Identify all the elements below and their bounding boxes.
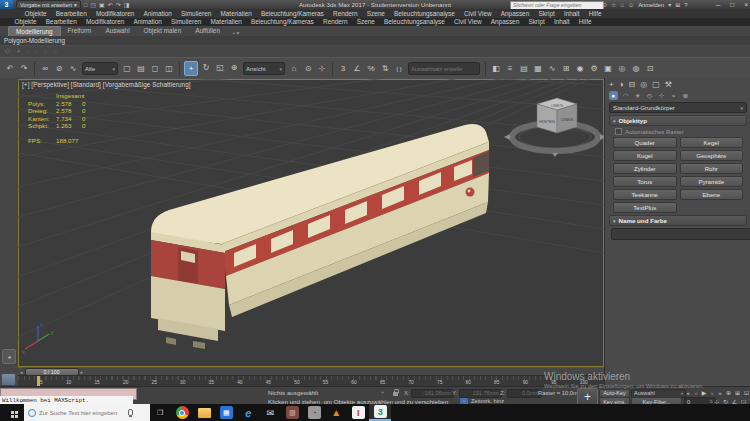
select-and-rotate-icon[interactable]: ↻ — [200, 61, 212, 74]
taskbar-chrome-icon[interactable] — [171, 404, 193, 421]
primitive-button[interactable]: Teekanne — [613, 189, 677, 200]
rectangular-region-icon[interactable]: ◻ — [149, 62, 161, 75]
menu-item[interactable]: Civil View — [449, 18, 486, 25]
utilities-tab[interactable]: ⚒ — [665, 80, 672, 89]
shapes-category-icon[interactable]: ◠ — [621, 91, 630, 100]
reference-coordinate-dropdown[interactable]: Ansicht▾ — [243, 62, 285, 75]
open-explorer-panel-button[interactable]: ◂ — [2, 349, 16, 364]
taskbar-explorer-icon[interactable] — [193, 404, 215, 421]
menu-item[interactable]: Civil View — [459, 10, 496, 17]
taskbar-photos-icon[interactable]: ▨ — [281, 404, 303, 421]
manipulate-icon[interactable]: ⊹ — [316, 62, 328, 75]
menu-item[interactable]: Beleuchtung/Kameras — [246, 18, 318, 25]
start-button[interactable] — [0, 404, 24, 421]
menu-item[interactable]: Modifikatoren — [91, 10, 139, 17]
unlink-selection-icon[interactable]: ⊘ — [53, 62, 65, 75]
render-production-icon[interactable]: ◎ — [616, 62, 628, 75]
select-object-icon[interactable]: ▢ — [121, 62, 133, 75]
snap-3d-icon[interactable]: 3 — [337, 62, 349, 75]
percent-snap-icon[interactable]: % — [365, 62, 377, 75]
strip-ring2-icon[interactable]: ◌ — [53, 48, 57, 55]
community-icon[interactable]: ☆ — [611, 1, 616, 8]
undo-small-icon[interactable]: ↶ — [108, 1, 113, 8]
select-and-scale-icon[interactable]: ◱ — [214, 61, 226, 74]
use-pivot-center-icon[interactable]: ⌂ — [288, 62, 300, 75]
ribbon-tab[interactable]: Objekt malen — [137, 26, 189, 36]
menu-item[interactable]: Beleuchtung/Kameras — [256, 10, 328, 17]
viewcube-front-label[interactable]: HINTEN — [539, 119, 555, 124]
menu-item[interactable]: Skript — [534, 10, 560, 17]
geometry-category-icon[interactable]: ● — [609, 91, 618, 100]
menu-item[interactable]: Szene — [352, 18, 379, 25]
menu-item[interactable]: Simulieren — [167, 18, 206, 25]
menu-item[interactable]: Inhalt — [559, 10, 584, 17]
taskbar-installer-icon[interactable]: I — [347, 404, 369, 421]
viewcube-right-label[interactable]: LINKS — [561, 117, 573, 122]
render-iterative-icon[interactable]: ◍ — [630, 62, 642, 75]
modify-tab[interactable]: ◑ — [619, 80, 624, 89]
coord-y-field[interactable]: 191,76mm — [459, 389, 502, 399]
ribbon-tab[interactable]: Modellierung — [8, 26, 61, 36]
minimize-button[interactable]: ─ — [716, 1, 721, 8]
menu-item[interactable]: Materialien — [216, 10, 256, 17]
menu-item[interactable]: Rendern — [328, 10, 362, 17]
material-editor-icon[interactable]: ◉ — [574, 62, 586, 75]
menu-item[interactable]: Simulieren — [177, 10, 216, 17]
taskbar-3dsmax-icon[interactable]: 3 — [369, 404, 391, 421]
strip-ring-icon[interactable]: ◌ — [43, 48, 47, 55]
menu-item[interactable]: Animation — [139, 10, 177, 17]
save-file-icon[interactable]: ▣ — [99, 1, 105, 8]
next-frame-icon[interactable]: › — [708, 389, 716, 397]
menu-item[interactable]: Objekte — [20, 10, 51, 17]
app-logo-icon[interactable]: 3 — [0, 0, 13, 9]
lights-category-icon[interactable]: ☀ — [633, 91, 642, 100]
ribbon-panel-label[interactable]: Polygon-Modellierung — [0, 37, 65, 44]
menu-item[interactable]: Szene — [362, 10, 389, 17]
window-crossing-icon[interactable]: ◫ — [163, 62, 175, 75]
menu-item[interactable]: Bearbeiten — [41, 18, 81, 25]
undo-icon[interactable]: ↶ — [4, 62, 16, 75]
task-view-icon[interactable]: ❐ — [157, 409, 163, 417]
curve-editor-icon[interactable]: ∿ — [546, 62, 558, 75]
motion-tab[interactable]: ◎ — [640, 80, 647, 89]
use-selection-center-icon[interactable]: ⊙ — [302, 62, 314, 75]
play-button[interactable]: ▶ — [700, 389, 708, 397]
user-icon[interactable]: ☺ — [628, 2, 634, 8]
selection-filter-dropdown[interactable]: Alle▾ — [82, 62, 118, 75]
primitive-button[interactable]: Torus — [613, 176, 677, 187]
zoom-icon[interactable]: ⊕ — [724, 389, 733, 397]
select-and-move-icon[interactable]: + — [184, 61, 198, 76]
schematic-view-icon[interactable]: ⊞ — [560, 62, 572, 75]
primitive-button[interactable]: Zylinder — [613, 163, 677, 174]
primitive-button[interactable]: Geosphäre — [680, 150, 744, 161]
viewcube-top-label[interactable]: OBEN — [551, 103, 563, 108]
search-go-icon[interactable]: ⊙ — [602, 1, 607, 8]
workspace-switch-icon[interactable]: ◨ — [124, 1, 130, 8]
zoom-all-icon[interactable]: ⊞ — [733, 389, 742, 397]
home-icon[interactable]: ⌂ — [620, 2, 624, 8]
maximize-button[interactable]: □ — [730, 1, 734, 8]
layer-manager-icon[interactable]: ▤ — [518, 62, 530, 75]
primitive-button[interactable]: Kegel — [680, 137, 744, 148]
add-geometry-icon[interactable]: + — [16, 48, 20, 55]
primitive-button[interactable]: Rohr — [680, 163, 744, 174]
edit-named-sets-icon[interactable]: { } — [393, 62, 405, 75]
toggle-ribbon-icon[interactable]: ▦ — [532, 62, 544, 75]
edit-poly-mode-icon[interactable]: ◇ — [5, 47, 10, 55]
menu-item[interactable]: Anpassen — [496, 10, 534, 17]
mini-listener-handle[interactable] — [1, 373, 16, 386]
taskbar-search-input[interactable] — [39, 410, 125, 416]
new-scene-icon[interactable]: □ — [84, 2, 88, 8]
taskbar-vlc-icon[interactable]: ▲ — [325, 404, 347, 421]
zoom-extents-icon[interactable]: ⊡ — [742, 389, 750, 397]
primitive-button[interactable]: Kugel — [613, 150, 677, 161]
taskbar-movies-icon[interactable]: ▦ — [215, 404, 237, 421]
render-setup-icon[interactable]: ⚙ — [588, 62, 600, 75]
strip-dot-icon[interactable]: · — [26, 48, 28, 55]
create-tab[interactable]: + — [609, 80, 614, 89]
mirror-icon[interactable]: ◧ — [490, 62, 502, 75]
autogrid-checkbox[interactable] — [615, 128, 622, 135]
viewport-label[interactable]: [+] [Perspektive] [Standard] [Vorgabemäß… — [22, 81, 191, 88]
cameras-category-icon[interactable]: ◇ — [645, 91, 654, 100]
spinner-snap-icon[interactable]: ⇅ — [379, 62, 391, 75]
